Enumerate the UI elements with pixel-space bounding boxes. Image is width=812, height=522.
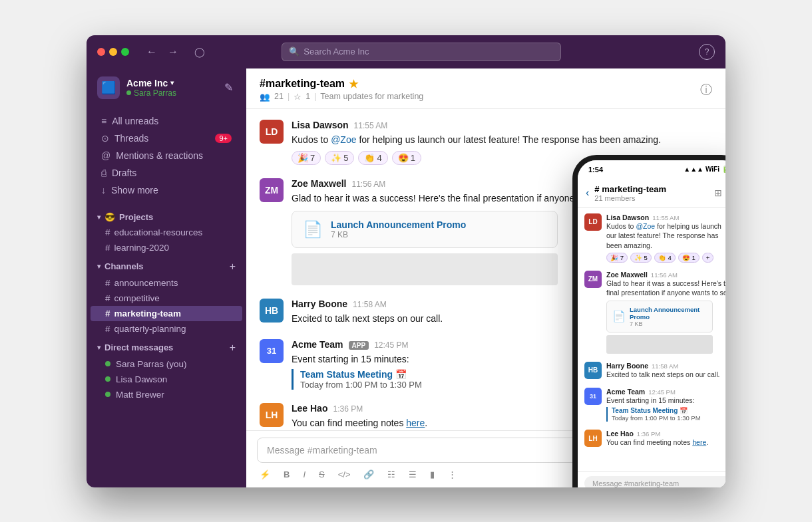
mobile-messages: LD Lisa Dawson 11:55 AM Kudos to @Zoe fo… — [578, 208, 725, 471]
star-icon[interactable]: ★ — [349, 78, 358, 90]
search-input[interactable] — [304, 47, 554, 57]
message-header: Lisa Dawson 11:55 AM — [292, 120, 712, 130]
reaction-heart-eyes[interactable]: 😍 1 — [392, 151, 421, 165]
dm-section-header[interactable]: ▾ Direct messages + — [87, 336, 246, 356]
workspace-name: Acme Inc ▾ — [126, 78, 222, 88]
ordered-list-button[interactable]: ☷ — [385, 468, 398, 481]
compose-button[interactable]: ✎ — [222, 78, 236, 96]
channel-hash-icon: # — [105, 309, 110, 319]
mobile-message-content: Zoe Maxwell 11:56 AM Glad to hear it was… — [606, 271, 725, 354]
channel-item-learning-2020[interactable]: # learning-2020 — [87, 240, 246, 255]
channels-section-header[interactable]: ▾ Channels + — [87, 255, 246, 275]
mobile-message-content: Harry Boone 11:58 AM Excited to talk nex… — [606, 362, 725, 380]
drafts-icon: ⎙ — [101, 168, 106, 178]
message-text: Kudos to @Zoe for helping us launch our … — [292, 133, 712, 147]
mobile-video-icon[interactable]: ⊞ — [714, 188, 722, 198]
channel-hash-icon: # — [105, 278, 110, 288]
mobile-event: Team Status Meeting 📅 Today from 1:00 PM… — [606, 407, 725, 422]
members-icon: 👥 — [260, 92, 270, 102]
sidebar-item-drafts[interactable]: ⎙ Drafts — [91, 164, 242, 182]
here-link[interactable]: here — [406, 418, 425, 428]
help-button[interactable]: ? — [699, 44, 715, 60]
projects-section-header[interactable]: ▾ 😎 Projects — [87, 207, 246, 225]
dm-section: ▾ Direct messages + Sara Parras (you) Li… — [87, 336, 246, 402]
calendar-avatar: 31 — [260, 339, 284, 363]
channel-info-button[interactable]: ⓘ — [700, 82, 712, 98]
search-icon: 🔍 — [289, 47, 300, 57]
add-dm-button[interactable]: + — [230, 342, 236, 354]
mobile-message: HB Harry Boone 11:58 AM Excited to talk … — [584, 362, 725, 380]
title-bar: ← → ◯ 🔍 ? — [87, 35, 725, 68]
minimize-button[interactable] — [109, 48, 117, 56]
close-button[interactable] — [97, 48, 105, 56]
workspace-icon: 🟦 — [97, 76, 120, 99]
block-quote-button[interactable]: ▮ — [427, 468, 437, 481]
star-meta-icon: ☆ — [294, 92, 302, 102]
mobile-back-button[interactable]: ‹ — [586, 187, 589, 199]
mobile-status-bar: 1:54 ▲▲▲ WiFi 🔋 — [578, 160, 725, 179]
mention-zoe[interactable]: @Zoe — [331, 134, 356, 145]
sidebar-item-threads[interactable]: ⊙ Threads 9+ — [91, 130, 242, 147]
show-more-icon: ↓ — [101, 185, 106, 196]
workspace-user: Sara Parras — [126, 88, 222, 98]
channel-item-quarterly-planning[interactable]: # quarterly-planning — [87, 321, 246, 336]
attach-button[interactable]: ⚡ — [257, 468, 273, 481]
channel-item-announcements[interactable]: # announcements — [87, 275, 246, 291]
code-button[interactable]: </> — [335, 468, 353, 481]
projects-chevron: ▾ — [97, 213, 101, 221]
sidebar-item-mentions[interactable]: @ Mentions & reactions — [91, 147, 242, 164]
channel-item-marketing-team[interactable]: # marketing-team — [91, 306, 242, 321]
sidebar-projects: ▾ 😎 Projects # educational-resources # l… — [87, 207, 246, 255]
search-bar[interactable]: 🔍 — [282, 43, 561, 61]
bold-button[interactable]: B — [281, 468, 292, 481]
mobile-header-icons: ⊞ ℹ — [714, 188, 725, 198]
all-unreads-icon: ≡ — [101, 116, 106, 126]
sidebar-item-all-unreads[interactable]: ≡ All unreads — [91, 112, 242, 130]
reaction-party[interactable]: 🎉 7 — [292, 151, 321, 165]
file-icon: 📄 — [303, 220, 323, 239]
avatar: LD — [260, 120, 284, 144]
workspace-info: Acme Inc ▾ Sara Parras — [126, 78, 222, 98]
strikethrough-button[interactable]: S — [316, 468, 327, 481]
nav-arrows: ← → — [142, 43, 182, 61]
add-channel-button[interactable]: + — [230, 261, 236, 273]
reaction-clap[interactable]: 👏 4 — [358, 151, 387, 165]
app-badge: APP — [349, 341, 369, 350]
unordered-list-button[interactable]: ☰ — [406, 468, 419, 481]
dm-matt[interactable]: Matt Brewer — [87, 387, 246, 402]
dm-chevron: ▾ — [97, 344, 101, 351]
threads-icon: ⊙ — [101, 133, 109, 144]
mobile-file-preview — [606, 335, 713, 354]
reaction-sparkles[interactable]: ✨ 5 — [325, 151, 354, 165]
more-format-button[interactable]: ⋮ — [445, 468, 459, 481]
show-more-item[interactable]: ↓ Show more — [91, 182, 242, 199]
sidebar: 🟦 Acme Inc ▾ Sara Parras ✎ ≡ — [87, 68, 246, 487]
file-attachment[interactable]: 📄 Launch Announcement Promo 7 KB — [292, 211, 558, 248]
mobile-message-content: Acme Team 12:45 PM Event starting in 15 … — [606, 388, 725, 422]
mobile-message-input[interactable]: Message #marketing-team — [584, 476, 725, 487]
mobile-file[interactable]: 📄 Launch Announcement Promo 7 KB — [606, 301, 713, 332]
channel-item-educational-resources[interactable]: # educational-resources — [87, 225, 246, 240]
online-dot-matt — [105, 392, 110, 397]
chat-header: #marketing-team ★ 👥 21 | ☆ 1 | Team upda… — [246, 68, 725, 109]
link-button[interactable]: 🔗 — [361, 468, 377, 481]
workspace-header[interactable]: 🟦 Acme Inc ▾ Sara Parras ✎ — [87, 68, 246, 107]
forward-button[interactable]: → — [164, 43, 182, 61]
italic-button[interactable]: I — [300, 468, 308, 481]
back-button[interactable]: ← — [142, 43, 161, 61]
dm-sara[interactable]: Sara Parras (you) — [87, 356, 246, 372]
online-dot-sara — [105, 361, 110, 366]
mobile-message: 31 Acme Team 12:45 PM Event starting in … — [584, 388, 725, 422]
dm-lisa[interactable]: Lisa Dawson — [87, 372, 246, 387]
fullscreen-button[interactable] — [121, 48, 129, 56]
channel-hash-icon: # — [105, 243, 110, 253]
channel-hash-icon: # — [105, 227, 110, 237]
mobile-file-icon: 📄 — [612, 310, 626, 323]
mentions-icon: @ — [101, 150, 110, 161]
channels-chevron: ▾ — [97, 263, 101, 270]
mobile-channel-info: # marketing-team 21 members — [594, 184, 709, 202]
channel-item-competitive[interactable]: # competitive — [87, 291, 246, 306]
mobile-channel-header: ‹ # marketing-team 21 members ⊞ ℹ — [578, 179, 725, 208]
history-button[interactable]: ◯ — [190, 44, 209, 60]
file-preview — [292, 253, 558, 285]
